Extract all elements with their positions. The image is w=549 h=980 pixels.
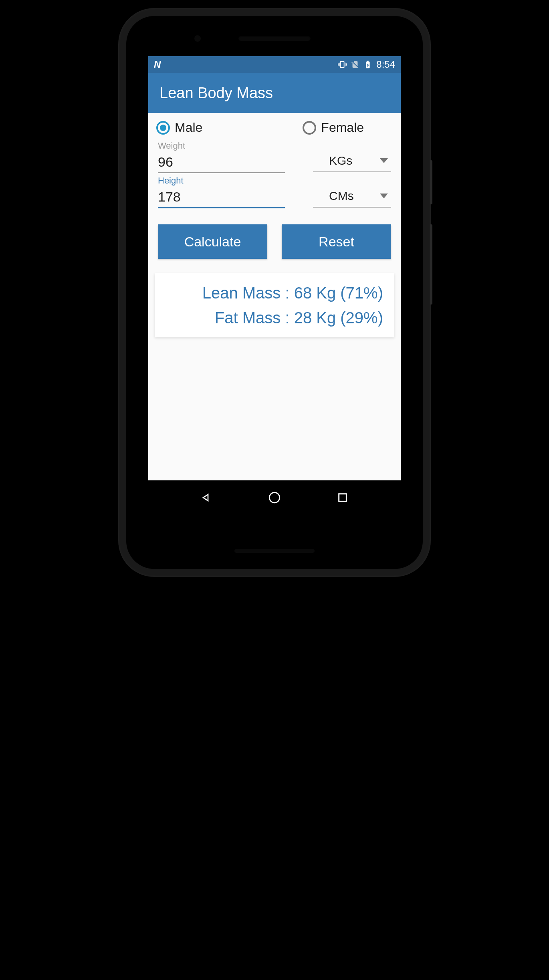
phone-side-button	[430, 224, 432, 304]
weight-field[interactable]: Weight	[158, 141, 285, 173]
android-nav-bar	[148, 480, 401, 515]
weight-input[interactable]	[158, 152, 285, 173]
radio-unselected-icon	[303, 121, 316, 135]
screen: N 8:54 Lean Body Mass	[148, 56, 401, 515]
results-card: Lean Mass : 68 Kg (71%) Fat Mass : 28 Kg…	[155, 273, 394, 337]
lean-mass-result: Lean Mass : 68 Kg (71%)	[166, 280, 383, 305]
phone-bottom-speaker	[234, 549, 315, 553]
reset-button[interactable]: Reset	[282, 224, 391, 259]
radio-female-label: Female	[321, 120, 364, 135]
chevron-down-icon	[380, 158, 388, 163]
height-label: Height	[158, 175, 285, 186]
nav-recent-button[interactable]	[335, 490, 350, 505]
phone-speaker	[238, 36, 311, 41]
weight-unit-value: KGs	[329, 154, 352, 167]
radio-selected-icon	[156, 121, 170, 135]
height-row: Height CMs	[155, 175, 394, 208]
svg-rect-1	[339, 494, 347, 502]
weight-unit-dropdown[interactable]: KGs	[313, 151, 391, 172]
phone-side-button	[430, 160, 432, 204]
phone-camera	[194, 35, 201, 42]
height-unit-value: CMs	[329, 189, 354, 203]
svg-point-0	[269, 492, 280, 503]
button-row: Calculate Reset	[155, 224, 394, 259]
vibrate-icon	[338, 60, 347, 69]
android-n-icon: N	[154, 59, 161, 70]
height-unit-dropdown[interactable]: CMs	[313, 187, 391, 208]
weight-label: Weight	[158, 141, 285, 151]
radio-female[interactable]: Female	[303, 120, 364, 135]
nav-back-button[interactable]	[199, 490, 214, 505]
calculate-button[interactable]: Calculate	[158, 224, 267, 259]
battery-charging-icon	[363, 60, 372, 69]
phone-frame: N 8:54 Lean Body Mass	[118, 8, 431, 577]
status-time: 8:54	[376, 59, 395, 70]
status-bar: N 8:54	[148, 56, 401, 73]
no-sim-icon	[351, 60, 359, 69]
chevron-down-icon	[380, 194, 388, 198]
height-field[interactable]: Height	[158, 175, 285, 208]
radio-male-label: Male	[175, 120, 202, 135]
height-input[interactable]	[158, 187, 285, 208]
gender-radio-group: Male Female	[155, 120, 394, 138]
app-title: Lean Body Mass	[159, 85, 273, 102]
app-bar: Lean Body Mass	[148, 73, 401, 113]
radio-male[interactable]: Male	[156, 120, 202, 135]
weight-row: Weight KGs	[155, 141, 394, 173]
content-area: Male Female Weight KGs	[148, 113, 401, 345]
fat-mass-result: Fat Mass : 28 Kg (29%)	[166, 305, 383, 330]
nav-home-button[interactable]	[267, 490, 282, 505]
